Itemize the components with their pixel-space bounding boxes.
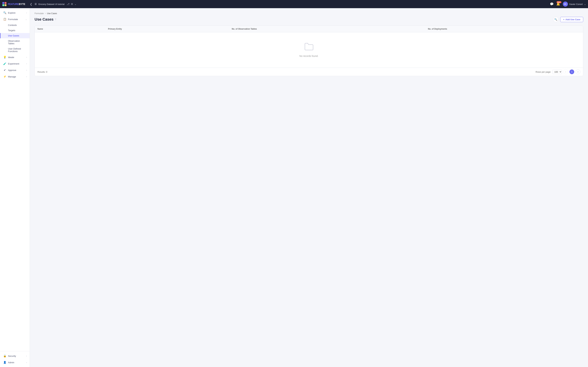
table-body: No records found.: [35, 32, 583, 68]
chevron-right-icon-security: ›: [26, 355, 27, 357]
sidebar-item-ideate[interactable]: 💡 Ideate ›: [0, 54, 30, 60]
main-content: Formulate > Use Cases Use Cases ? 🔍 + Ad…: [30, 8, 588, 367]
empty-state: No records found.: [35, 32, 583, 67]
admin-icon: 👤: [3, 361, 6, 364]
notifications-button[interactable]: 🔔 999+: [556, 2, 560, 6]
svg-rect-3: [5, 4, 7, 6]
use-cases-table-container: Name Primary Entity No. of Observation T…: [34, 25, 583, 76]
chevron-right-icon-ideate: ›: [26, 56, 27, 58]
breadcrumb-parent[interactable]: Formulate: [34, 12, 44, 15]
sidebar-item-experiment[interactable]: 🧪 Experiment ›: [0, 60, 30, 67]
sidebar-item-observation-tables[interactable]: Observation Tables: [0, 38, 30, 46]
col-deployments: No. of Deployments: [425, 26, 583, 32]
sidebar-item-admin-label: Admin: [8, 361, 14, 364]
chevron-down-icon: ⌄: [25, 18, 27, 20]
rows-per-page: Rows per page: 100 50 25: [536, 70, 562, 74]
project-selector: 🖥 Grocery Dataset UI tutorial: [34, 3, 65, 6]
sidebar-item-security[interactable]: 🔒 Security ›: [0, 353, 30, 359]
chat-button[interactable]: 💬: [550, 2, 554, 6]
add-use-case-label: Add Use Case: [565, 18, 580, 21]
table-header: Name Primary Entity No. of Observation T…: [35, 26, 583, 32]
col-observation-tables: No. of Observation Tables: [229, 26, 425, 32]
user-chevron-icon: ⌄: [584, 3, 586, 5]
featurebyte-logo-icon: [2, 2, 7, 7]
empty-message: No records found.: [299, 55, 318, 57]
sidebar-item-use-cases[interactable]: Use Cases: [0, 33, 30, 38]
sidebar-item-manage-label: Manage: [8, 75, 16, 78]
notification-badge: 999+: [556, 1, 561, 3]
avatar: XC: [563, 1, 568, 7]
sidebar-item-approve-label: Approve: [8, 69, 16, 72]
manage-icon: ⚡: [3, 75, 6, 78]
experiment-icon: 🧪: [3, 62, 6, 65]
sidebar-collapse-button[interactable]: ❮: [29, 2, 33, 7]
sidebar-item-explore[interactable]: 🔍 Explore ›: [0, 9, 30, 16]
sidebar-item-approve[interactable]: ✔ Approve ›: [0, 67, 30, 73]
page-header: Use Cases ? 🔍 + Add Use Case: [34, 17, 583, 22]
sidebar-item-experiment-label: Experiment: [8, 62, 19, 65]
monitor-icon: 🖥: [34, 3, 37, 6]
sidebar-item-ideate-label: Ideate: [8, 56, 14, 58]
sidebar-item-formulate-label: Formulate: [8, 18, 18, 21]
formulate-subnav: Contexts Targets Use Cases Observation T…: [0, 23, 30, 54]
sidebar: 🔍 Explore › 📋 Formulate ⌄ Contexts Targe…: [0, 8, 30, 367]
plus-icon: +: [563, 18, 564, 21]
observation-tables-label: Observation Tables: [8, 40, 27, 45]
user-menu[interactable]: XC Xavier Conort ⌄: [563, 1, 586, 7]
sidebar-item-admin[interactable]: 👤 Admin ›: [0, 359, 30, 366]
chevron-right-icon-experiment: ›: [26, 63, 27, 65]
add-use-case-button[interactable]: + Add Use Case: [560, 17, 583, 22]
sidebar-nav: 🔍 Explore › 📋 Formulate ⌄ Contexts Targe…: [0, 8, 30, 351]
page-title: Use Cases: [34, 17, 53, 22]
app-body: 🔍 Explore › 📋 Formulate ⌄ Contexts Targe…: [0, 8, 588, 367]
project-actions: ⎇ ⚙ ⌄: [66, 3, 77, 6]
logo-text: FEATUREBYTE: [8, 3, 25, 5]
user-name: Xavier Conort: [569, 3, 583, 5]
svg-rect-2: [2, 4, 4, 6]
contexts-label: Contexts: [8, 24, 17, 26]
next-page-button[interactable]: ›: [576, 69, 580, 74]
svg-rect-0: [2, 2, 4, 4]
topnav-project-area: 🖥 Grocery Dataset UI tutorial ⎇ ⚙ ⌄: [33, 3, 550, 6]
sidebar-item-explore-label: Explore: [8, 12, 16, 14]
settings-icon[interactable]: ⚙: [71, 3, 73, 6]
chevron-down-icon[interactable]: ⌄: [75, 3, 77, 6]
chevron-right-icon-manage: ›: [26, 75, 27, 78]
explore-icon: 🔍: [3, 11, 6, 14]
col-primary-entity: Primary Entity: [105, 26, 229, 32]
pagination-controls: Rows per page: 100 50 25 ‹ 1 ›: [536, 69, 580, 74]
sidebar-item-security-label: Security: [8, 355, 16, 357]
chevron-right-icon-approve: ›: [26, 69, 27, 71]
share-icon[interactable]: ⎇: [66, 3, 69, 6]
table-footer: Results: 0 Rows per page: 100 50 25 ‹ 1 …: [35, 67, 583, 76]
sidebar-item-manage[interactable]: ⚡ Manage ›: [0, 73, 30, 80]
search-icon: 🔍: [554, 18, 557, 21]
targets-label: Targets: [8, 29, 15, 32]
project-name: Grocery Dataset UI tutorial: [38, 3, 65, 5]
sidebar-bottom: 🔒 Security › 👤 Admin ›: [0, 351, 30, 367]
use-cases-label: Use Cases: [8, 34, 19, 37]
empty-state-row: No records found.: [35, 32, 583, 68]
topnav-right: 💬 🔔 999+ XC Xavier Conort ⌄: [550, 1, 586, 7]
sidebar-item-contexts[interactable]: Contexts: [0, 23, 30, 28]
search-button[interactable]: 🔍: [553, 17, 559, 22]
sidebar-item-formulate[interactable]: 📋 Formulate ⌄: [0, 16, 30, 23]
help-icon[interactable]: ?: [55, 18, 56, 21]
page-title-row: Use Cases ?: [34, 17, 56, 22]
sidebar-item-user-defined-functions[interactable]: User Defined Functions: [0, 46, 30, 54]
sidebar-item-targets[interactable]: Targets: [0, 28, 30, 33]
rows-per-page-select[interactable]: 100 50 25: [552, 70, 562, 74]
chevron-right-icon-admin: ›: [26, 361, 27, 363]
security-icon: 🔒: [3, 354, 6, 358]
chevron-right-icon: ›: [26, 12, 27, 14]
header-actions: 🔍 + Add Use Case: [553, 17, 583, 22]
breadcrumb-current: Use Cases: [47, 12, 57, 15]
prev-page-button[interactable]: ‹: [563, 69, 568, 74]
rows-per-page-label: Rows per page:: [536, 71, 551, 73]
page-1-button[interactable]: 1: [570, 69, 574, 74]
topnav: FEATUREBYTE ❮ 🖥 Grocery Dataset UI tutor…: [0, 0, 588, 8]
breadcrumb: Formulate > Use Cases: [34, 12, 583, 15]
svg-rect-1: [5, 2, 7, 4]
ideate-icon: 💡: [3, 56, 6, 59]
col-name: Name: [35, 26, 105, 32]
